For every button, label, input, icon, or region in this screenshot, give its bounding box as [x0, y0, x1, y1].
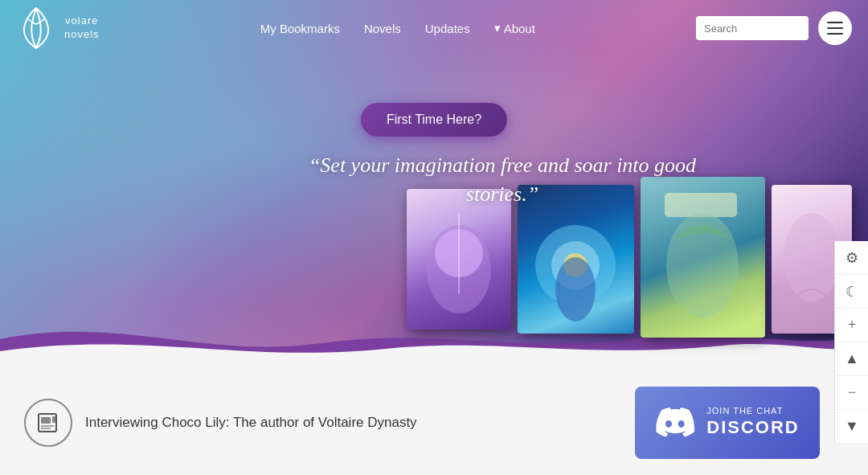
hamburger-line [827, 22, 843, 23]
hamburger-line [827, 27, 843, 29]
navbar: volare novels My Bookmarks Novels Update… [0, 0, 868, 56]
logo-area[interactable]: volare novels [16, 4, 100, 52]
search-input[interactable] [696, 16, 809, 40]
book-cover-1[interactable] [407, 189, 511, 330]
scroll-down-tool[interactable]: ▼ [835, 410, 868, 444]
discord-banner[interactable]: JOIN THE CHAT DISCORD [635, 387, 820, 459]
hamburger-line [827, 33, 843, 35]
svg-rect-16 [41, 417, 51, 424]
discord-icon [655, 407, 695, 439]
discord-text: JOIN THE CHAT DISCORD [706, 405, 799, 440]
hamburger-button[interactable] [818, 11, 852, 45]
logo-text: volare novels [64, 14, 100, 42]
nav-links: My Bookmarks Novels Updates ▾ About [260, 21, 535, 35]
logo-icon [16, 4, 56, 52]
scroll-up-tool[interactable]: ▲ [835, 342, 868, 376]
newspaper-icon [36, 411, 60, 435]
remove-tool[interactable]: − [835, 376, 868, 410]
news-item: Interviewing Choco Lily: The author of V… [0, 399, 635, 447]
nav-updates[interactable]: Updates [425, 22, 470, 35]
first-time-button[interactable]: First Time Here? [361, 103, 507, 137]
nav-novels[interactable]: Novels [364, 22, 401, 35]
news-icon [24, 399, 72, 447]
add-tool[interactable]: + [835, 309, 868, 342]
hero-quote: “Set your imagination free and soar into… [305, 151, 699, 210]
settings-tool[interactable]: ⚙ [835, 241, 868, 275]
nav-bookmarks[interactable]: My Bookmarks [260, 22, 340, 35]
bottom-section: Interviewing Choco Lily: The author of V… [0, 370, 868, 475]
right-sidebar: ⚙ ☾ + ▲ − ▼ [834, 241, 868, 444]
svg-point-13 [784, 213, 840, 301]
svg-rect-19 [52, 416, 55, 423]
darkmode-tool[interactable]: ☾ [835, 275, 868, 309]
nav-right [696, 11, 852, 45]
news-text: Interviewing Choco Lily: The author of V… [85, 415, 417, 431]
chevron-down-icon: ▾ [494, 21, 501, 35]
svg-point-8 [555, 257, 596, 321]
nav-about[interactable]: ▾ About [494, 21, 535, 35]
